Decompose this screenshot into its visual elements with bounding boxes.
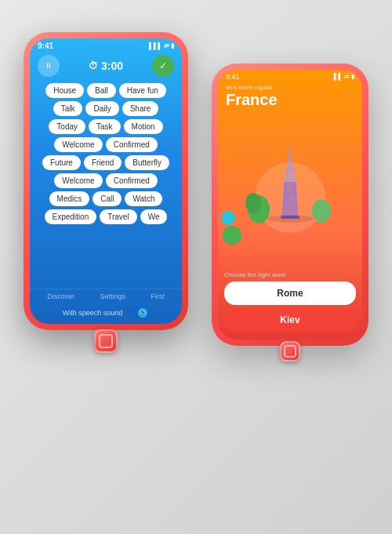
left-time: 9:41 xyxy=(38,42,53,50)
wifi-icon2: ⇌ xyxy=(344,73,350,80)
deco-circle-green xyxy=(223,226,241,245)
right-home-btn-wrap xyxy=(218,340,362,364)
pause-icon: ⏸ xyxy=(45,61,53,70)
signal-icon2: ▌▌ xyxy=(334,73,343,80)
word-chip-share[interactable]: Share xyxy=(122,101,159,116)
svg-point-3 xyxy=(245,193,261,213)
right-status-icons: ▌▌ ⇌ ▮ xyxy=(334,73,354,80)
nav-discover[interactable]: Discover xyxy=(47,292,74,300)
word-row: House Ball Have fun xyxy=(34,83,177,98)
word-chip-ball[interactable]: Ball xyxy=(87,83,116,98)
left-status-icons: ▌▌▌ ⇌ ▮ xyxy=(149,42,174,49)
word-chip-confirmed1[interactable]: Confirmed xyxy=(106,137,158,152)
right-home-button-inner xyxy=(284,345,296,358)
wifi-icon: ⇌ xyxy=(164,42,169,49)
right-status-bar: 9:41 ▌▌ ⇌ ▮ xyxy=(218,70,362,82)
word-chip-motion[interactable]: Motion xyxy=(124,119,163,134)
answer-rome[interactable]: Rome xyxy=(224,282,356,305)
right-time: 9:41 xyxy=(226,73,240,81)
word-row: Medics Call Watch xyxy=(34,191,177,206)
right-screen: 9:41 ▌▌ ⇌ ▮ let's learn capital France xyxy=(218,70,362,340)
check-icon: ✓ xyxy=(159,60,167,71)
word-row: Future Friend Butterfly xyxy=(34,155,177,170)
word-chip-expedition[interactable]: Expedition xyxy=(45,209,97,224)
word-chip-we[interactable]: We xyxy=(140,209,168,224)
word-chip-travel[interactable]: Travel xyxy=(100,209,136,224)
nav-first[interactable]: First xyxy=(151,292,165,300)
speech-toggle-row: With speech sound 🔊 xyxy=(30,303,182,324)
left-status-bar: 9:41 ▌▌▌ ⇌ ▮ xyxy=(30,38,182,52)
word-chip-medics[interactable]: Medics xyxy=(49,191,90,206)
left-toolbar: ⏸ ⏱ 3:00 ✓ xyxy=(30,52,182,80)
word-chip-house[interactable]: House xyxy=(45,83,84,98)
word-chip-confirmed2[interactable]: Confirmed xyxy=(106,173,158,188)
word-chip-welcome2[interactable]: Welcome xyxy=(54,173,103,188)
timer-value: 3:00 xyxy=(101,60,123,72)
battery-icon: ▮ xyxy=(171,42,174,49)
quiz-section: Choose the right word Rome Kiev xyxy=(218,268,362,340)
word-chip-talk[interactable]: Talk xyxy=(53,101,83,116)
phones-container: 9:41 ▌▌▌ ⇌ ▮ ⏸ ⏱ 3:00 ✓ xyxy=(16,16,376,518)
pause-button[interactable]: ⏸ xyxy=(38,55,60,77)
word-row: Talk Daily Share xyxy=(34,101,177,116)
word-row: Welcome Confirmed xyxy=(34,137,177,152)
word-row: Welcome Confirmed xyxy=(34,173,177,188)
word-chip-future[interactable]: Future xyxy=(42,155,81,170)
check-button[interactable]: ✓ xyxy=(152,55,174,77)
right-home-button[interactable] xyxy=(280,341,300,361)
country-name: France xyxy=(226,91,354,109)
word-row: Today Task Motion xyxy=(34,119,177,134)
word-chip-watch[interactable]: Watch xyxy=(125,191,162,206)
signal-icon: ▌▌▌ xyxy=(149,42,162,49)
timer-display: ⏱ 3:00 xyxy=(89,60,123,72)
toggle-knob: 🔊 xyxy=(138,308,147,318)
word-chip-today[interactable]: Today xyxy=(49,119,85,134)
word-chip-call[interactable]: Call xyxy=(93,191,122,206)
illustration-area xyxy=(218,112,362,268)
eiffel-tower-illustration xyxy=(239,139,341,241)
left-screen: 9:41 ▌▌▌ ⇌ ▮ ⏸ ⏱ 3:00 ✓ xyxy=(30,38,182,324)
bottom-nav: Discover Settings First xyxy=(30,289,182,303)
svg-marker-10 xyxy=(282,182,298,217)
word-chip-have-fun[interactable]: Have fun xyxy=(119,83,166,98)
word-row: Expedition Travel We xyxy=(34,209,177,224)
word-chip-friend[interactable]: Friend xyxy=(84,155,122,170)
word-chip-daily[interactable]: Daily xyxy=(85,101,118,116)
right-header: let's learn capital France xyxy=(218,82,362,112)
word-chip-butterfly[interactable]: Butterfly xyxy=(125,155,169,170)
svg-point-2 xyxy=(312,199,331,223)
word-chip-task[interactable]: Task xyxy=(89,119,121,134)
answer-kiev[interactable]: Kiev xyxy=(224,308,356,332)
word-chip-welcome1[interactable]: Welcome xyxy=(54,137,103,152)
timer-icon: ⏱ xyxy=(89,60,98,71)
learn-label: let's learn capital xyxy=(226,84,354,91)
left-home-button[interactable] xyxy=(94,329,118,353)
left-phone: 9:41 ▌▌▌ ⇌ ▮ ⏸ ⏱ 3:00 ✓ xyxy=(24,32,188,330)
left-home-btn-wrap xyxy=(30,324,182,355)
nav-settings[interactable]: Settings xyxy=(100,292,125,300)
speech-label: With speech sound xyxy=(63,309,123,317)
left-home-button-inner xyxy=(99,334,113,348)
svg-point-13 xyxy=(267,215,314,223)
battery-icon2: ▮ xyxy=(351,73,354,80)
deco-circle-teal xyxy=(221,211,235,225)
choose-label: Choose the right word xyxy=(224,271,356,278)
word-grid: House Ball Have fun Talk Daily Share Tod… xyxy=(30,80,182,289)
speech-toggle-button[interactable]: 🔊 xyxy=(127,307,149,319)
right-phone: 9:41 ▌▌ ⇌ ▮ let's learn capital France xyxy=(212,64,368,346)
